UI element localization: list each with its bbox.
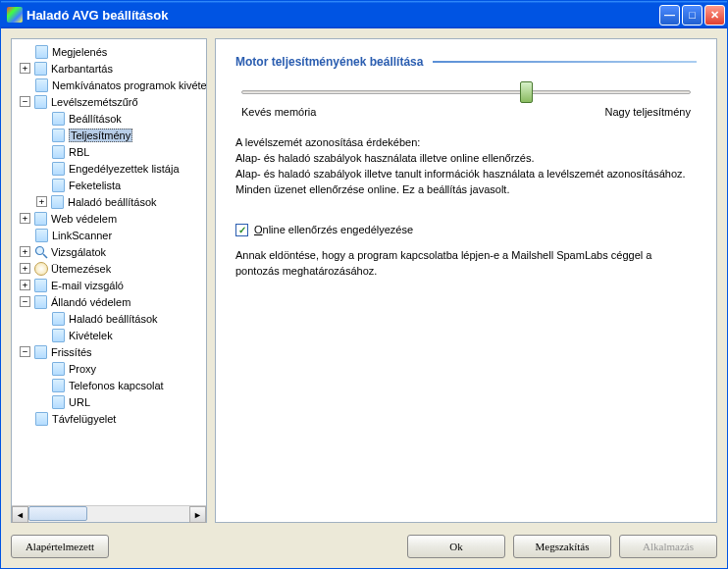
page-icon [33, 295, 48, 309]
tree-item[interactable]: +Web védelem [14, 210, 204, 227]
page-icon [33, 279, 48, 292]
page-icon [51, 162, 66, 176]
description-block: A levélszemét azonosítása érdekében:Alap… [235, 135, 697, 198]
scroll-track[interactable] [28, 506, 189, 522]
cancel-button[interactable]: Megszakítás [513, 535, 611, 558]
nav-tree[interactable]: Megjelenés+KarbantartásNemkívánatos prog… [12, 39, 206, 505]
tree-item-label: Telefonos kapcsolat [69, 380, 164, 391]
tree-expander-icon[interactable]: − [20, 296, 30, 307]
performance-slider-track[interactable] [241, 90, 691, 94]
tree-expander-icon[interactable]: + [36, 196, 47, 207]
tree-item[interactable]: Telefonos kapcsolat [14, 377, 204, 393]
scroll-left-button[interactable]: ◄ [12, 506, 28, 523]
page-icon [51, 145, 66, 159]
tree-item[interactable]: Proxy [14, 360, 204, 377]
ok-button[interactable]: Ok [407, 535, 505, 558]
tree-item[interactable]: Távfelügyelet [14, 410, 204, 427]
default-button[interactable]: Alapértelmezett [11, 535, 109, 558]
tree-horizontal-scrollbar[interactable]: ◄ ► [12, 505, 206, 522]
tree-item[interactable]: LinkScanner [14, 227, 204, 243]
tree-expander-icon[interactable]: + [20, 280, 30, 290]
close-icon: ✕ [710, 9, 719, 22]
content-panel: Motor teljesítményének beállítása Kevés … [215, 38, 717, 523]
maximize-icon: □ [689, 9, 696, 21]
page-icon [34, 229, 49, 242]
page-icon [51, 112, 66, 126]
tree-item[interactable]: Megjelenés [14, 43, 204, 60]
tree-item-label: RBL [69, 146, 89, 158]
tree-item[interactable]: Nemkívánatos programok kivételei [14, 77, 204, 93]
tree-item-label: URL [69, 396, 90, 408]
tree-item[interactable]: +E-mail vizsgáló [14, 277, 204, 293]
heading-divider [433, 61, 697, 63]
tree-item-label: Nemkívánatos programok kivételei [52, 79, 206, 91]
tree-item-label: Beállítások [69, 113, 122, 125]
tree-item[interactable]: RBL [14, 143, 204, 160]
online-check-label: Online ellenőrzés engedélyezése [254, 224, 413, 235]
tree-item[interactable]: +Haladó beállítások [14, 193, 204, 210]
tree-item-label: Haladó beállítások [69, 313, 158, 325]
page-icon [51, 395, 66, 409]
tree-expander-icon[interactable]: − [20, 96, 30, 107]
tree-item[interactable]: Kivételek [14, 327, 204, 343]
tree-item[interactable]: −Levélszemétszűrő [14, 93, 204, 110]
performance-slider-thumb[interactable] [520, 81, 533, 103]
tree-item-label: Megjelenés [52, 46, 107, 58]
page-icon [33, 212, 48, 226]
tree-item[interactable]: +Karbantartás [14, 60, 204, 77]
tree-item-label: LinkScanner [52, 230, 112, 241]
tree-item[interactable]: Beállítások [14, 110, 204, 127]
tree-item[interactable]: −Frissítés [14, 343, 204, 360]
tree-expander-icon[interactable]: − [20, 346, 30, 357]
page-icon [33, 62, 48, 76]
tree-item-label: Teljesítmény [69, 129, 132, 142]
tree-item-label: Frissítés [51, 346, 92, 358]
clock-icon [33, 262, 48, 276]
tree-expander-icon[interactable]: + [20, 213, 30, 224]
tree-item-label: Proxy [69, 363, 96, 375]
description-line: Alap- és haladó szabályok illetve tanult… [235, 167, 697, 182]
tree-item-label: Web védelem [51, 213, 117, 225]
scroll-right-button[interactable]: ► [189, 506, 206, 523]
tree-item-label: Kivételek [69, 330, 113, 341]
tree-item[interactable]: Haladó beállítások [14, 310, 204, 327]
tree-item-label: Vizsgálatok [51, 246, 106, 258]
tree-expander-icon[interactable]: + [20, 263, 30, 274]
tree-item-label: Feketelista [69, 180, 121, 191]
page-icon [51, 312, 66, 326]
tree-item[interactable]: −Állandó védelem [14, 293, 204, 310]
tree-item[interactable]: +Vizsgálatok [14, 243, 204, 260]
svg-line-1 [43, 254, 47, 258]
tree-item[interactable]: URL [14, 393, 204, 410]
section-heading: Motor teljesítményének beállítása [235, 55, 423, 69]
titlebar[interactable]: Haladó AVG beállítások — □ ✕ [1, 1, 727, 28]
tree-item[interactable]: Feketelista [14, 177, 204, 193]
tree-item-label: Karbantartás [51, 63, 113, 75]
tree-item-label: Ütemezések [51, 263, 111, 275]
scroll-thumb[interactable] [28, 506, 87, 521]
apply-button[interactable]: Alkalmazás [619, 535, 717, 558]
page-icon [50, 195, 65, 209]
page-icon [51, 129, 66, 142]
page-icon [33, 95, 48, 109]
tree-item[interactable]: Teljesítmény [14, 127, 204, 143]
description-line: Minden üzenet ellenőrzése online. Ez a b… [235, 182, 697, 198]
page-icon [34, 45, 49, 59]
close-button[interactable]: ✕ [704, 5, 725, 26]
tree-item-label: Levélszemétszűrő [51, 96, 138, 108]
search-icon [33, 245, 48, 259]
page-icon [33, 345, 48, 359]
tree-expander-icon[interactable]: + [20, 63, 30, 74]
tree-item[interactable]: +Ütemezések [14, 260, 204, 277]
page-icon [51, 379, 66, 392]
tree-expander-icon[interactable]: + [20, 246, 30, 257]
online-check-checkbox[interactable]: ✓ [235, 224, 248, 236]
minimize-button[interactable]: — [659, 5, 680, 26]
tree-item[interactable]: Engedélyezettek listája [14, 160, 204, 177]
page-icon [51, 179, 66, 192]
maximize-button[interactable]: □ [682, 5, 702, 26]
page-icon [51, 329, 66, 342]
svg-point-0 [35, 246, 43, 254]
page-icon [34, 78, 49, 92]
page-icon [51, 362, 66, 376]
